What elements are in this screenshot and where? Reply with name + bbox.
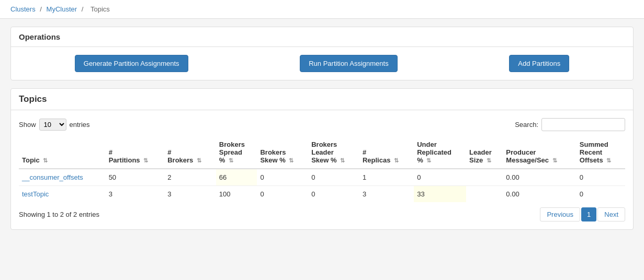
cell-summed-offsets: 0 [577, 169, 625, 186]
breadcrumb-clusters-link[interactable]: Clusters [10, 5, 36, 13]
topics-title: Topics [11, 89, 633, 110]
cell-replicas: 3 [359, 186, 414, 203]
prev-button[interactable]: Previous [540, 207, 580, 221]
entries-per-page-select[interactable]: 10 25 50 100 [39, 119, 66, 131]
col-leader-skew[interactable]: BrokersLeaderSkew % ⇅ [308, 136, 359, 169]
sort-icon-leader-size: ⇅ [487, 157, 491, 164]
breadcrumb-sep2: / [82, 5, 85, 13]
sort-icon-offsets: ⇅ [606, 157, 611, 164]
col-replicas[interactable]: #Replicas ⇅ [359, 136, 414, 169]
search-input[interactable] [541, 118, 625, 131]
col-brokers-spread[interactable]: BrokersSpread% ⇅ [216, 136, 257, 169]
topic-link[interactable]: __consumer_offsets [22, 173, 83, 181]
col-partitions[interactable]: #Partitions ⇅ [106, 136, 165, 169]
cell-spread: 100 [216, 186, 257, 203]
col-topic[interactable]: Topic ⇅ [19, 136, 106, 169]
cell-partitions: 3 [106, 186, 165, 203]
show-entries-control: Show 10 25 50 100 entries [19, 119, 90, 131]
entries-label: entries [70, 121, 90, 129]
topic-link[interactable]: testTopic [22, 190, 49, 198]
cell-skew: 0 [257, 186, 308, 203]
main-content: Operations Generate Partition Assignment… [0, 19, 644, 246]
cell-leader-skew: 0 [308, 169, 359, 186]
topics-panel: Topics Show 10 25 50 100 entries Search: [10, 88, 634, 230]
sort-icon-brokers: ⇅ [197, 157, 201, 164]
breadcrumb: Clusters / MyCluster / Topics [0, 0, 644, 19]
cell-brokers: 2 [164, 169, 216, 186]
generate-partition-assignments-button[interactable]: Generate Partition Assignments [75, 55, 188, 72]
cell-replicas: 1 [359, 169, 414, 186]
add-partitions-button[interactable]: Add Partitions [509, 55, 569, 72]
sort-icon-under-replicated: ⇅ [426, 157, 431, 164]
cell-spread: 66 [216, 169, 257, 186]
col-summed-offsets[interactable]: SummedRecentOffsets ⇅ [577, 136, 625, 169]
breadcrumb-current: Topics [91, 5, 110, 13]
cell-partitions: 50 [106, 169, 165, 186]
cell-producer-msg: 0.00 [503, 186, 576, 203]
sort-icon-replicas: ⇅ [394, 157, 399, 164]
col-producer-msg[interactable]: ProducerMessage/Sec ⇅ [503, 136, 576, 169]
current-page-indicator: 1 [581, 207, 596, 221]
cell-under-replicated: 0 [414, 169, 466, 186]
show-label: Show [19, 121, 36, 129]
pagination: Previous 1 Next [540, 207, 625, 221]
cell-topic: testTopic [19, 186, 106, 203]
run-partition-assignments-button[interactable]: Run Partition Assignments [300, 55, 397, 72]
cell-summed-offsets: 0 [577, 186, 625, 203]
topics-body: Show 10 25 50 100 entries Search: [11, 110, 633, 229]
topics-table: Topic ⇅ #Partitions ⇅ #Brokers ⇅ Brokers… [19, 136, 625, 202]
col-brokers[interactable]: #Brokers ⇅ [164, 136, 216, 169]
search-box: Search: [515, 118, 625, 131]
showing-text: Showing 1 to 2 of 2 entries [19, 211, 99, 218]
cell-leader-size [466, 186, 503, 203]
operations-title: Operations [11, 27, 633, 47]
col-leader-size[interactable]: LeaderSize ⇅ [466, 136, 503, 169]
cell-leader-skew: 0 [308, 186, 359, 203]
sort-icon-producer: ⇅ [552, 157, 557, 164]
table-controls: Show 10 25 50 100 entries Search: [19, 118, 625, 131]
cell-brokers: 3 [164, 186, 216, 203]
sort-icon-spread: ⇅ [229, 157, 233, 164]
cell-producer-msg: 0.00 [503, 169, 576, 186]
sort-icon-leader-skew: ⇅ [340, 157, 345, 164]
operations-body: Generate Partition Assignments Run Parti… [11, 47, 633, 80]
search-label: Search: [515, 121, 538, 129]
table-footer: Showing 1 to 2 of 2 entries Previous 1 N… [19, 207, 625, 221]
next-button[interactable]: Next [597, 207, 625, 221]
col-brokers-skew[interactable]: BrokersSkew % ⇅ [257, 136, 308, 169]
sort-icon-topic: ⇅ [43, 157, 48, 164]
breadcrumb-cluster-link[interactable]: MyCluster [47, 5, 77, 13]
cell-under-replicated: 33 [414, 186, 466, 203]
cell-topic: __consumer_offsets [19, 169, 106, 186]
sort-icon-partitions: ⇅ [143, 157, 148, 164]
breadcrumb-sep1: / [40, 5, 43, 13]
operations-panel: Operations Generate Partition Assignment… [10, 27, 634, 80]
sort-icon-skew: ⇅ [289, 157, 293, 164]
table-row: testTopic 3 3 100 0 0 3 33 0.00 0 [19, 186, 625, 203]
table-header-row: Topic ⇅ #Partitions ⇅ #Brokers ⇅ Brokers… [19, 136, 625, 169]
operations-buttons: Generate Partition Assignments Run Parti… [19, 55, 625, 72]
col-under-replicated[interactable]: UnderReplicated% ⇅ [414, 136, 466, 169]
table-row: __consumer_offsets 50 2 66 0 0 1 0 0.00 … [19, 169, 625, 186]
cell-skew: 0 [257, 169, 308, 186]
cell-leader-size [466, 169, 503, 186]
